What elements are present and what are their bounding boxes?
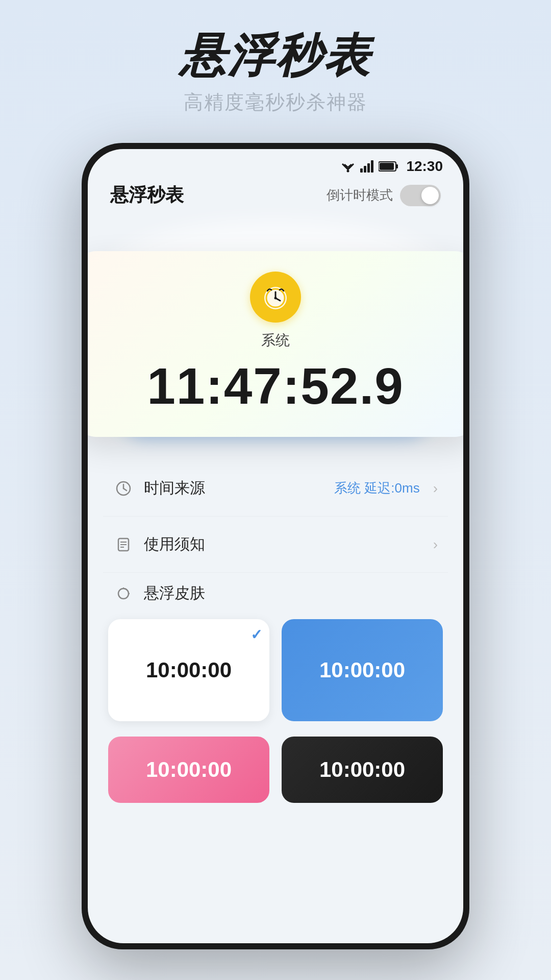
svg-rect-8 xyxy=(396,164,398,168)
skin-card-white[interactable]: ✓ 10:00:00 xyxy=(108,619,269,721)
widget-inner: 系统 11:47:52.9 xyxy=(108,272,443,411)
skin-cards-row2: 10:00:00 10:00:00 xyxy=(103,731,448,808)
skin-icon xyxy=(113,583,134,604)
svg-point-2 xyxy=(347,170,349,173)
phone-screen: 12:30 悬浮秒表 倒计时模式 xyxy=(88,149,463,943)
skin-card-pink[interactable]: 10:00:00 xyxy=(108,737,269,803)
signal-icon xyxy=(360,160,374,173)
svg-rect-5 xyxy=(367,163,370,173)
skin-card-dark[interactable]: 10:00:00 xyxy=(282,737,443,803)
clock-settings-icon xyxy=(113,478,134,499)
widget-source: 系统 xyxy=(261,331,290,350)
time-source-value: 系统 延迟:0ms xyxy=(334,479,420,497)
skin-white-time: 10:00:00 xyxy=(146,658,232,682)
skin-pink-time: 10:00:00 xyxy=(146,757,232,782)
screen-title: 悬浮秒表 xyxy=(110,183,184,208)
widget-time-display: 11:47:52.9 xyxy=(147,360,404,411)
app-title: 悬浮秒表 xyxy=(0,31,551,81)
settings-item-time-source[interactable]: 时间来源 系统 延迟:0ms › xyxy=(103,460,448,517)
battery-icon xyxy=(379,161,399,172)
svg-rect-9 xyxy=(380,163,394,170)
toggle-knob xyxy=(421,187,439,204)
clock-icon-wrap xyxy=(250,272,301,323)
svg-point-14 xyxy=(274,297,277,300)
selected-check: ✓ xyxy=(251,626,262,643)
countdown-toggle[interactable] xyxy=(400,185,441,206)
settings-list: 时间来源 系统 延迟:0ms › 使用须知 › xyxy=(88,460,463,573)
settings-item-instructions[interactable]: 使用须知 › xyxy=(103,517,448,573)
svg-rect-6 xyxy=(371,160,373,173)
status-icons: 12:30 xyxy=(340,158,443,175)
countdown-mode-label: 倒计时模式 xyxy=(327,186,393,204)
skin-dark-time: 10:00:00 xyxy=(319,757,405,782)
instructions-label: 使用须知 xyxy=(144,534,423,555)
skin-card-blue[interactable]: 10:00:00 xyxy=(282,619,443,721)
phone-mockup: 12:30 悬浮秒表 倒计时模式 xyxy=(82,143,469,949)
alarm-clock-icon xyxy=(260,282,291,312)
skin-cards-row1: ✓ 10:00:00 10:00:00 xyxy=(103,614,448,726)
app-subtitle: 高精度毫秒秒杀神器 xyxy=(0,89,551,115)
countdown-mode-row: 倒计时模式 xyxy=(327,185,441,206)
status-bar: 12:30 xyxy=(88,149,463,175)
float-widget: 系统 11:47:52.9 xyxy=(88,251,463,437)
skin-section-label: 悬浮皮肤 xyxy=(144,583,205,604)
skin-blue-time: 10:00:00 xyxy=(319,658,405,682)
svg-line-17 xyxy=(123,488,127,491)
svg-rect-4 xyxy=(364,166,366,173)
instructions-chevron: › xyxy=(433,536,438,553)
time-source-label: 时间来源 xyxy=(144,478,324,499)
skin-header: 悬浮皮肤 xyxy=(103,583,448,614)
svg-rect-3 xyxy=(360,168,363,173)
app-bar: 悬浮秒表 倒计时模式 xyxy=(88,175,463,216)
skin-section: 悬浮皮肤 ✓ 10:00:00 10:00:00 10:00:00 xyxy=(88,573,463,808)
status-time: 12:30 xyxy=(406,158,443,175)
doc-settings-icon xyxy=(113,534,134,555)
app-header: 悬浮秒表 高精度毫秒秒杀神器 xyxy=(0,31,551,115)
time-source-chevron: › xyxy=(433,480,438,497)
wifi-icon xyxy=(340,160,356,173)
